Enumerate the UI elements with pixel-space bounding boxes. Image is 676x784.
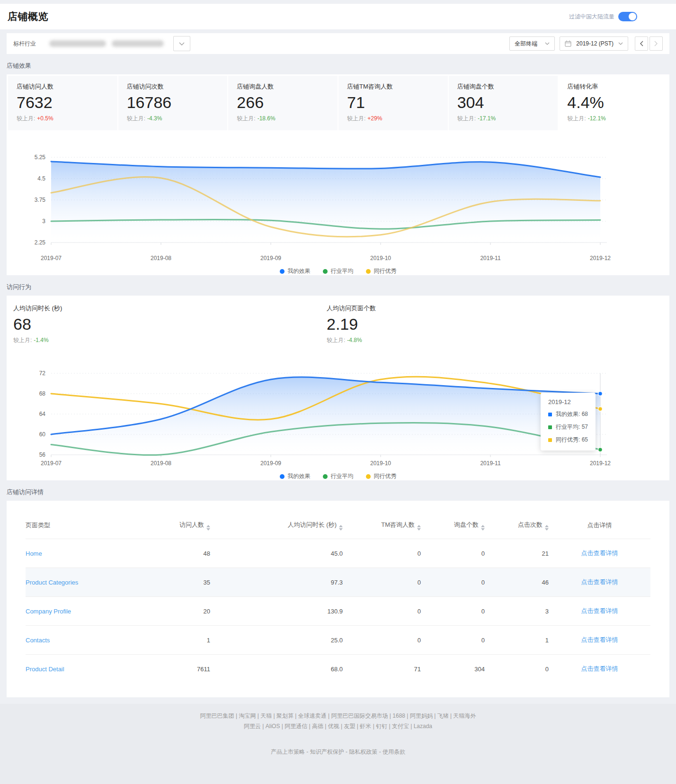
legend-item[interactable]: 我的效果 [280,267,311,275]
calendar-icon [565,40,571,47]
view-detail-link[interactable]: 点击查看详情 [549,549,650,558]
legend-item[interactable]: 我的效果 [280,472,311,480]
view-detail-link[interactable]: 点击查看详情 [549,578,650,586]
table-cell: 97.3 [210,579,343,586]
kpi-delta: 较上月:+29% [347,115,439,123]
metric-delta: 较上月:-4.8% [327,336,640,344]
legend-dot [323,474,328,479]
kpi-card-0[interactable]: 店铺访问人数7632较上月:+0.5% [8,76,117,130]
sort-icon[interactable] [417,525,421,531]
terminal-select[interactable]: 全部终端 [509,36,555,51]
footer-brand-links-1[interactable]: 阿里巴巴集团 | 淘宝网 | 天猫 | 聚划算 | 全球速卖通 | 阿里巴巴国际… [0,711,676,721]
svg-text:2019-12: 2019-12 [590,460,611,467]
page-type-link[interactable]: Product Detail [26,666,153,673]
table-cell: 71 [343,666,421,673]
sort-icon[interactable] [481,525,485,531]
table-cell: 0 [343,608,421,615]
chevron-right-icon [654,41,658,46]
kpi-value: 71 [347,93,439,112]
view-detail-link[interactable]: 点击查看详情 [549,607,650,615]
table-cell: 0 [485,666,549,673]
page-type-link[interactable]: Company Profile [26,608,153,615]
kpi-card-2[interactable]: 店铺询盘人数266较上月:-18.6% [228,76,338,130]
svg-text:2019-09: 2019-09 [260,460,281,467]
legend-item[interactable]: 同行优秀 [366,472,397,480]
legend-dot [280,474,285,479]
table-row[interactable]: Home4845.00021点击查看详情 [26,539,650,568]
legend-item[interactable]: 行业平均 [323,267,354,275]
footer-brand-links-2[interactable]: 阿里云 | AliOS | 阿里通信 | 高德 | 优视 | 友盟 | 虾米 |… [0,721,676,731]
next-month-button[interactable] [649,36,663,51]
kpi-delta: 较上月:-12.1% [567,115,659,123]
metric-label: 人均访问时长 (秒) [13,304,327,313]
kpi-value: 304 [457,93,550,112]
kpi-card-3[interactable]: 店铺TM咨询人数71较上月:+29% [338,76,448,130]
kpi-label: 店铺TM咨询人数 [347,82,439,91]
table-row[interactable]: Company Profile20130.9003点击查看详情 [26,596,650,625]
svg-text:68: 68 [39,390,46,397]
kpi-card-4[interactable]: 店铺询盘个数304较上月:-17.1% [449,76,558,130]
svg-text:72: 72 [39,370,46,377]
behavior-metric-1: 人均访问页面个数2.19较上月:-4.8% [327,304,640,344]
column-header[interactable]: 询盘个数 [421,521,485,531]
benchmark-industry-dropdown-button[interactable] [173,36,190,51]
column-header[interactable]: 访问人数 [153,521,210,531]
page-top-margin [0,0,676,4]
kpi-delta: 较上月:+0.5% [17,115,109,123]
footer-legal-links[interactable]: 产品上市策略 - 知识产权保护 - 隐私权政策 - 使用条款 [0,747,676,757]
kpi-card-1[interactable]: 店铺访问次数16786较上月:-4.3% [118,76,228,130]
legend-item[interactable]: 行业平均 [323,472,354,480]
view-detail-link[interactable]: 点击查看详情 [549,636,650,644]
mainland-traffic-toggle[interactable] [618,12,637,21]
legend-label: 行业平均 [331,267,354,275]
kpi-label: 店铺访问人数 [17,82,109,91]
sort-icon[interactable] [339,525,343,531]
table-header-row: 页面类型访问人数人均访问时长 (秒)TM咨询人数询盘个数点击次数点击详情 [26,512,650,539]
benchmark-industry-combobox[interactable] [41,36,190,51]
svg-text:5.25: 5.25 [35,154,46,161]
chevron-down-icon [545,42,550,45]
column-header: 页面类型 [26,521,153,530]
legend-label: 我的效果 [288,267,311,275]
svg-text:56: 56 [39,451,46,458]
kpi-card-5[interactable]: 店铺转化率4.4%较上月:-12.1% [559,76,668,130]
sort-icon[interactable] [206,525,210,531]
column-header: 点击详情 [549,521,650,530]
section-visit-behavior: 访问行为 [7,283,669,291]
sort-icon[interactable] [545,525,549,531]
kpi-value: 4.4% [567,93,659,112]
column-header[interactable]: TM咨询人数 [343,521,421,531]
page-type-link[interactable]: Product Categories [26,579,153,586]
svg-text:2019-07: 2019-07 [41,255,62,261]
legend-label: 我的效果 [288,472,311,480]
chevron-down-icon [618,42,623,45]
chevron-down-icon [179,42,185,45]
column-header[interactable]: 点击次数 [485,521,549,531]
page-type-link[interactable]: Home [26,550,153,557]
table-row[interactable]: Product Detail761168.0713040点击查看详情 [26,654,650,683]
tooltip-row: 行业平均: 57 [548,423,588,431]
svg-text:4.5: 4.5 [37,175,45,182]
date-picker[interactable]: 2019-12 (PST) [560,36,628,51]
table-cell: 48 [153,550,210,557]
table-cell: 0 [343,550,421,557]
table-cell: 3 [485,608,549,615]
legend-label: 同行优秀 [374,472,397,480]
kpi-label: 店铺转化率 [567,82,659,91]
table-row[interactable]: Contacts125.0001点击查看详情 [26,625,650,654]
section-store-effect: 店铺效果 [7,62,669,70]
store-effect-chart[interactable]: 5.254.53.7532.252019-072019-082019-09201… [13,151,663,264]
page-footer: 阿里巴巴集团 | 淘宝网 | 天猫 | 聚划算 | 全球速卖通 | 阿里巴巴国际… [0,704,676,784]
svg-text:60: 60 [39,431,46,438]
table-cell: 0 [343,579,421,586]
kpi-label: 店铺访问次数 [127,82,219,91]
svg-text:2019-10: 2019-10 [370,460,391,467]
svg-text:2.25: 2.25 [35,239,46,246]
legend-item[interactable]: 同行优秀 [366,267,397,275]
page-type-link[interactable]: Contacts [26,637,153,644]
column-header[interactable]: 人均访问时长 (秒) [210,521,343,531]
table-row[interactable]: Product Categories3597.30046点击查看详情 [26,568,650,596]
view-detail-link[interactable]: 点击查看详情 [549,665,650,673]
metric-label: 人均访问页面个数 [327,304,640,313]
prev-month-button[interactable] [635,36,648,51]
